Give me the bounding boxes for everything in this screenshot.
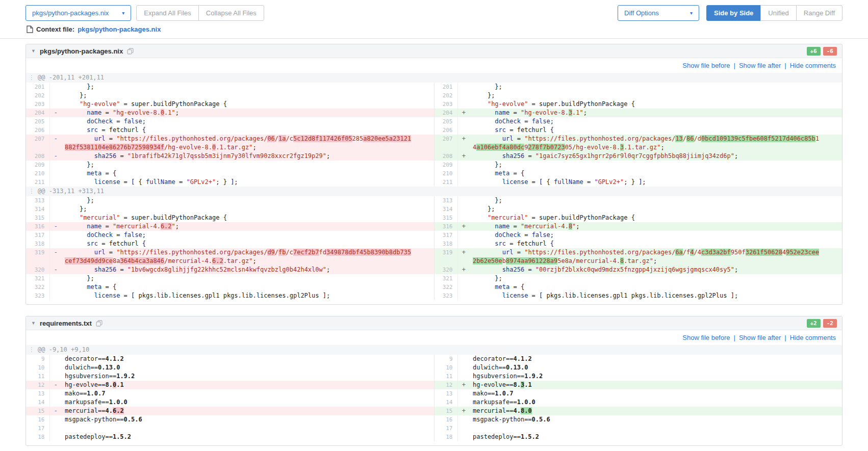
- context-file-link[interactable]: pkgs/python-packages.nix: [78, 25, 161, 33]
- line-number[interactable]: 204: [434, 109, 457, 117]
- line-number[interactable]: 316: [434, 222, 457, 231]
- line-number[interactable]: 12: [434, 381, 457, 389]
- line-number[interactable]: 16: [434, 415, 457, 424]
- copy-path-icon[interactable]: [96, 320, 103, 327]
- file-link-hide-comments[interactable]: Hide comments: [790, 62, 836, 69]
- line-number[interactable]: 320: [434, 266, 457, 274]
- code-line: name = "mercurial-4.6.2";: [62, 222, 434, 231]
- code-token: /c: [286, 249, 293, 256]
- line-number[interactable]: 207: [434, 135, 457, 152]
- line-number[interactable]: 317: [434, 231, 457, 240]
- line-number[interactable]: 11: [434, 372, 457, 381]
- line-number[interactable]: 323: [26, 291, 49, 300]
- line-number[interactable]: 14: [26, 398, 49, 407]
- line-number[interactable]: 18: [434, 433, 457, 441]
- view-mode-unified[interactable]: Unified: [760, 5, 796, 21]
- diff-sign: +: [457, 248, 470, 266]
- code-text: mako==: [473, 390, 495, 397]
- code-text: };: [473, 92, 495, 99]
- line-number[interactable]: 315: [26, 214, 49, 222]
- code-line: doCheck = false;: [62, 117, 434, 126]
- drag-handle-icon[interactable]: ⋮: [29, 74, 35, 81]
- code-text: ;: [142, 118, 146, 125]
- line-number[interactable]: 317: [26, 231, 49, 240]
- line-number[interactable]: 206: [26, 126, 49, 135]
- collapse-toggle-icon[interactable]: ▼: [31, 48, 36, 54]
- line-number[interactable]: 205: [434, 117, 457, 126]
- line-number[interactable]: 322: [434, 283, 457, 291]
- line-number[interactable]: 208: [434, 152, 457, 161]
- line-number[interactable]: 319: [26, 248, 49, 266]
- line-number[interactable]: 209: [26, 161, 49, 169]
- line-number[interactable]: 314: [434, 205, 457, 214]
- line-number[interactable]: 9: [434, 355, 457, 363]
- line-number[interactable]: 205: [26, 117, 49, 126]
- line-number[interactable]: 10: [26, 363, 49, 372]
- code-text: =: [101, 223, 113, 230]
- file-link-show-file-before[interactable]: Show file before: [682, 62, 730, 69]
- collapse-all-files-button[interactable]: Collapse All Files: [198, 5, 264, 21]
- diff-sign: [457, 363, 470, 372]
- line-number[interactable]: 13: [26, 389, 49, 398]
- line-number[interactable]: 204: [26, 109, 49, 117]
- code-line: src = fetchurl {: [62, 126, 434, 135]
- line-number[interactable]: 321: [26, 274, 49, 283]
- line-number[interactable]: 313: [26, 196, 49, 205]
- line-number[interactable]: 203: [26, 100, 49, 109]
- line-number[interactable]: 9: [26, 355, 49, 363]
- view-mode-side-by-side[interactable]: Side by Side: [706, 5, 761, 21]
- line-number[interactable]: 201: [26, 83, 49, 91]
- line-number[interactable]: 18: [26, 433, 49, 441]
- line-number[interactable]: 314: [26, 205, 49, 214]
- copy-path-icon[interactable]: [127, 48, 134, 55]
- line-number[interactable]: 318: [434, 240, 457, 248]
- line-number[interactable]: 12: [26, 381, 49, 389]
- code-token: "mercurial": [488, 214, 528, 221]
- line-number[interactable]: 322: [26, 283, 49, 291]
- line-number[interactable]: 321: [434, 274, 457, 283]
- line-number[interactable]: 209: [434, 161, 457, 169]
- file-link-hide-comments[interactable]: Hide comments: [790, 334, 836, 341]
- line-number[interactable]: 210: [434, 169, 457, 178]
- line-number[interactable]: 206: [434, 126, 457, 135]
- drag-handle-icon[interactable]: ⋮: [29, 346, 35, 353]
- line-number[interactable]: 14: [434, 398, 457, 407]
- diff-options-dropdown[interactable]: Diff Options ▾: [618, 5, 699, 21]
- line-number[interactable]: 207: [26, 135, 49, 152]
- line-number[interactable]: 15: [434, 407, 457, 415]
- line-number[interactable]: 13: [434, 389, 457, 398]
- line-number[interactable]: 17: [26, 424, 49, 433]
- line-number[interactable]: 208: [26, 152, 49, 161]
- code-text: = {: [101, 283, 116, 290]
- code-token: src: [87, 240, 98, 247]
- view-mode-range-diff[interactable]: Range Diff: [796, 5, 843, 21]
- file-select-dropdown[interactable]: pkgs/python-packages.nix ▾: [25, 5, 131, 21]
- expand-all-files-button[interactable]: Expand All Files: [136, 5, 199, 21]
- line-number[interactable]: 320: [26, 266, 49, 274]
- line-number[interactable]: 210: [26, 169, 49, 178]
- line-number[interactable]: 211: [434, 178, 457, 187]
- link-separator: |: [784, 62, 786, 69]
- line-number[interactable]: 323: [434, 291, 457, 300]
- line-number[interactable]: 10: [434, 363, 457, 372]
- line-number[interactable]: 201: [434, 83, 457, 91]
- line-number[interactable]: 203: [434, 100, 457, 109]
- line-number[interactable]: 319: [434, 248, 457, 266]
- line-number[interactable]: 318: [26, 240, 49, 248]
- drag-handle-icon[interactable]: ⋮: [29, 188, 35, 195]
- line-number[interactable]: 17: [434, 424, 457, 433]
- line-number[interactable]: 211: [26, 178, 49, 187]
- line-number[interactable]: 313: [434, 196, 457, 205]
- line-number[interactable]: 15: [26, 407, 49, 415]
- line-number[interactable]: 315: [434, 214, 457, 222]
- file-link-show-file-before[interactable]: Show file before: [682, 334, 730, 341]
- file-link-show-file-after[interactable]: Show file after: [739, 334, 781, 341]
- collapse-toggle-icon[interactable]: ▼: [31, 321, 36, 326]
- line-number[interactable]: 202: [434, 91, 457, 100]
- diff-sign: [49, 169, 62, 178]
- line-number[interactable]: 16: [26, 415, 49, 424]
- line-number[interactable]: 11: [26, 372, 49, 381]
- file-link-show-file-after[interactable]: Show file after: [739, 62, 781, 69]
- line-number[interactable]: 316: [26, 222, 49, 231]
- line-number[interactable]: 202: [26, 91, 49, 100]
